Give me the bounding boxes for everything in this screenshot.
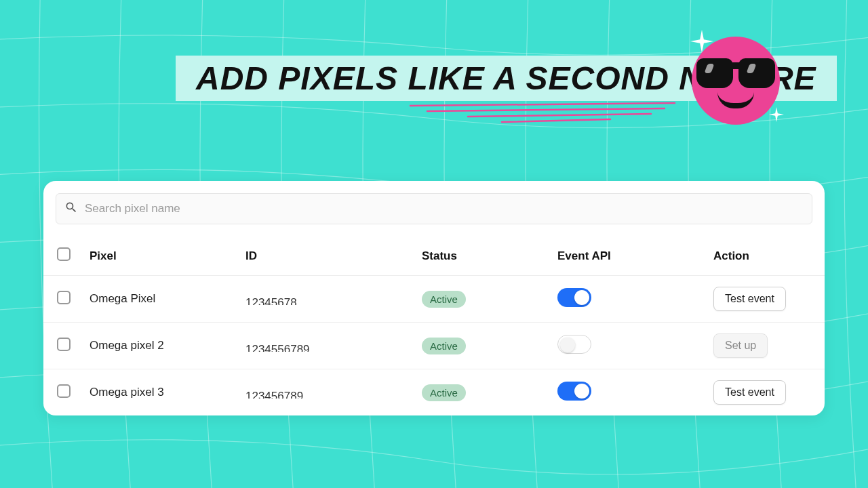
select-all-checkbox[interactable]	[57, 247, 71, 261]
set-up-button[interactable]: Set up	[713, 333, 768, 358]
row-checkbox[interactable]	[57, 291, 71, 304]
event-api-toggle[interactable]	[557, 382, 591, 401]
pixel-id: 12345678	[245, 293, 403, 305]
pixel-id: 1234556789	[245, 340, 403, 352]
search-input[interactable]	[85, 202, 804, 216]
status-badge: Active	[422, 338, 466, 354]
status-badge: Active	[422, 384, 466, 401]
col-header-pixel: Pixel	[80, 237, 236, 276]
col-header-api: Event API	[548, 237, 704, 276]
pixel-name: Omega pixel 2	[90, 339, 164, 352]
event-api-toggle[interactable]	[557, 335, 591, 354]
sunglasses-icon	[691, 58, 781, 89]
search-icon	[64, 201, 78, 217]
pixel-name: Omega Pixel	[90, 292, 155, 305]
pixel-name: Omega pixel 3	[90, 386, 164, 399]
test-event-button[interactable]: Test event	[713, 287, 786, 311]
status-badge: Active	[422, 291, 466, 308]
smile-icon	[717, 92, 754, 108]
table-row: Omega Pixel 12345678 Active Test event	[43, 276, 825, 323]
underline-scribble	[407, 100, 678, 127]
table-row: Omega pixel 2 1234556789 Active Set up	[43, 323, 825, 369]
col-header-status: Status	[412, 237, 548, 276]
cool-emoji-badge	[692, 37, 780, 125]
row-checkbox[interactable]	[57, 384, 71, 398]
table-row: Omega pixel 3 123456789 Active Test even…	[43, 369, 825, 416]
search-bar[interactable]	[56, 193, 812, 224]
pixels-table: Pixel ID Status Event API Action Omega P…	[43, 237, 825, 415]
event-api-toggle[interactable]	[557, 288, 591, 307]
col-header-action: Action	[704, 237, 825, 276]
col-header-id: ID	[236, 237, 412, 276]
pixels-card: Pixel ID Status Event API Action Omega P…	[43, 181, 825, 415]
test-event-button[interactable]: Test event	[713, 380, 786, 405]
pixel-id: 123456789	[245, 386, 403, 399]
row-checkbox[interactable]	[57, 338, 71, 351]
